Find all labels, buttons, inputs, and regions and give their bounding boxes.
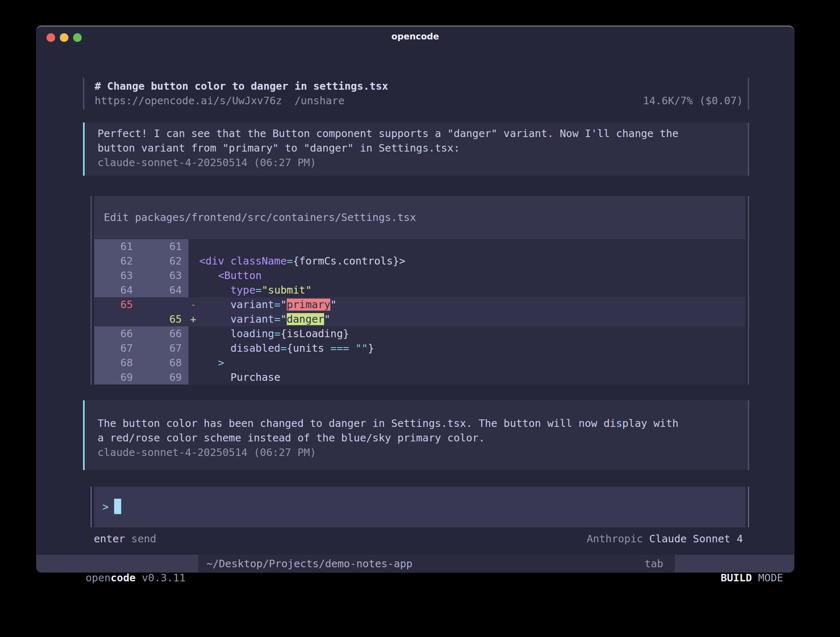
- token-cost-stats: 14.6K/7% ($0.07): [643, 93, 743, 108]
- mode-suffix: MODE: [752, 572, 783, 584]
- spacer: [643, 533, 649, 545]
- edit-tool-block: Edit packages/frontend/src/containers/Se…: [90, 196, 749, 385]
- diff-row: 6666 loading={isLoading}: [94, 326, 745, 341]
- new-line-number: 64: [141, 283, 188, 297]
- diff-view: 61616262<div className={formCs.controls}…: [94, 239, 745, 385]
- diff-row: 65+ variant="danger": [94, 312, 745, 326]
- diff-row: 6161: [94, 239, 745, 254]
- new-line-number: 63: [141, 268, 188, 283]
- code-line: [199, 239, 745, 254]
- new-line-number: [141, 297, 188, 312]
- app-name-open: open: [85, 572, 110, 584]
- model-provider: Anthropic: [587, 533, 643, 545]
- share-url[interactable]: https://opencode.ai/s/UwJxv76z: [95, 93, 282, 108]
- titlebar: opencode: [37, 27, 794, 47]
- diff-marker: [188, 254, 199, 268]
- diff-marker: [188, 370, 199, 385]
- diff-marker: [188, 355, 199, 370]
- window-title: opencode: [37, 32, 794, 42]
- app-version-badge: opencode v0.3.11: [37, 555, 198, 572]
- opencode-terminal-window: opencode # Change button color to danger…: [37, 26, 794, 572]
- diff-marker: [188, 239, 199, 254]
- diff-marker: -: [188, 297, 199, 312]
- old-line-number: 61: [94, 239, 141, 254]
- assistant-message: Perfect! I can see that the Button compo…: [83, 122, 749, 176]
- code-line: >: [199, 355, 745, 370]
- diff-row: 6969 Purchase: [94, 370, 745, 385]
- diff-row: 6464 type="submit": [94, 283, 745, 297]
- old-line-number: 64: [94, 283, 141, 297]
- message-line: Perfect! I can see that the Button compo…: [98, 126, 748, 141]
- old-line-number: 63: [94, 268, 141, 283]
- code-line: variant="danger": [199, 312, 745, 326]
- message-meta: claude-sonnet-4-20250514 (06:27 PM): [98, 155, 748, 170]
- prompt-input[interactable]: >: [94, 487, 745, 527]
- text-cursor: [114, 499, 121, 514]
- message-line: a red/rose color scheme instead of the b…: [98, 431, 748, 445]
- diff-row: 6363 <Button: [94, 268, 745, 283]
- diff-row: 6262<div className={formCs.controls}>: [94, 254, 745, 268]
- message-line: button variant from "primary" to "danger…: [98, 141, 748, 155]
- code-line: <Button: [199, 268, 745, 283]
- working-directory: ~/Desktop/Projects/demo-notes-app: [206, 556, 413, 571]
- old-line-number: 65: [94, 297, 141, 312]
- code-line: disabled={units === ""}: [199, 341, 745, 355]
- new-line-number: 67: [141, 341, 188, 355]
- old-line-number: [94, 312, 141, 326]
- diff-marker: [188, 326, 199, 341]
- new-line-number: 68: [141, 355, 188, 370]
- prompt-symbol: >: [103, 500, 109, 514]
- app-version: v0.3.11: [142, 572, 186, 584]
- old-line-number: 67: [94, 341, 141, 355]
- diff-row: 65- variant="primary": [94, 297, 745, 312]
- old-line-number: 66: [94, 326, 141, 341]
- prompt-input-block[interactable]: >: [90, 487, 749, 527]
- old-line-number: 62: [94, 254, 141, 268]
- message-meta: claude-sonnet-4-20250514 (06:27 PM): [98, 445, 748, 460]
- model-name: Claude Sonnet 4: [649, 533, 743, 545]
- diff-row: 6868 >: [94, 355, 745, 370]
- mode-badge[interactable]: BUILD MODE: [675, 555, 794, 572]
- status-bar: opencode v0.3.11 ~/Desktop/Projects/demo…: [37, 555, 794, 572]
- diff-marker: +: [188, 312, 199, 326]
- diff-marker: [188, 341, 199, 355]
- old-line-number: 68: [94, 355, 141, 370]
- spacer: [136, 572, 142, 584]
- assistant-message: The button color has been changed to dan…: [83, 400, 749, 470]
- send-action-label: [125, 532, 131, 546]
- diff-marker: [188, 268, 199, 283]
- new-line-number: 61: [141, 239, 188, 254]
- old-line-number: 69: [94, 370, 141, 385]
- code-line: variant="primary": [199, 297, 745, 312]
- new-line-number: 65: [141, 312, 188, 326]
- edit-tool-title: Edit packages/frontend/src/containers/Se…: [94, 196, 745, 239]
- new-line-number: 62: [141, 254, 188, 268]
- code-line: loading={isLoading}: [199, 326, 745, 341]
- send-action-label: send: [131, 532, 156, 546]
- session-header: # Change button color to danger in setti…: [83, 78, 749, 110]
- mode-name: BUILD: [720, 572, 752, 584]
- code-line: <div className={formCs.controls}>: [199, 254, 745, 268]
- session-title: # Change button color to danger in setti…: [95, 79, 743, 93]
- input-footline: enter send Anthropic Claude Sonnet 4: [94, 532, 743, 546]
- code-line: type="submit": [199, 283, 745, 297]
- unshare-command[interactable]: /unshare: [295, 93, 344, 108]
- new-line-number: 66: [141, 326, 188, 341]
- code-line: Purchase: [199, 370, 745, 385]
- message-line: The button color has been changed to dan…: [98, 416, 748, 431]
- new-line-number: 69: [141, 370, 188, 385]
- diff-row: 6767 disabled={units === ""}: [94, 341, 745, 355]
- diff-marker: [188, 283, 199, 297]
- enter-key-hint: enter: [94, 532, 125, 546]
- tab-key-hint[interactable]: tab: [645, 556, 663, 571]
- app-name-code: code: [111, 572, 136, 584]
